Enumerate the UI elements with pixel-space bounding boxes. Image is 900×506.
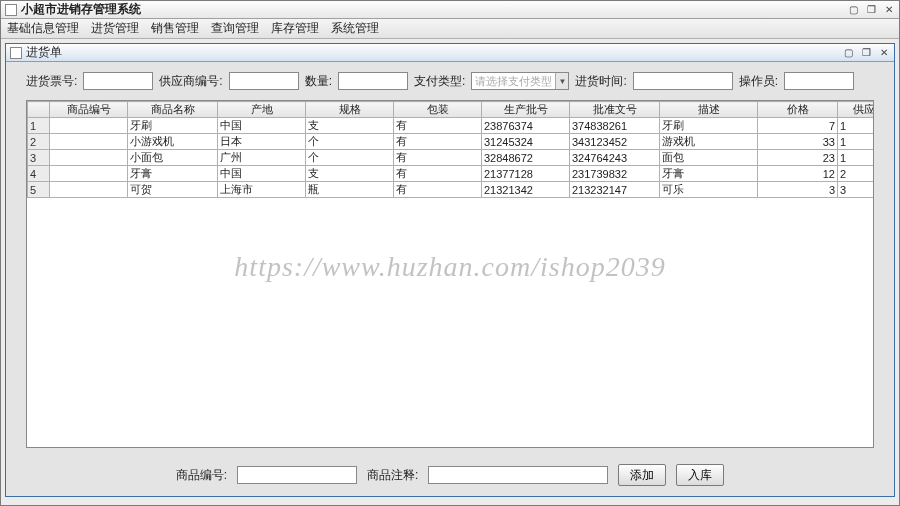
sub-titlebar: 进货单 ▢ ❐ ✕ — [6, 44, 894, 62]
table-cell[interactable]: 可乐 — [660, 182, 758, 198]
table-cell[interactable]: 牙刷 — [660, 118, 758, 134]
table-cell[interactable]: 有 — [394, 166, 482, 182]
column-header[interactable]: 商品编号 — [50, 102, 128, 118]
table-cell[interactable]: 33 — [758, 134, 838, 150]
sub-maximize-icon[interactable]: ❐ — [858, 46, 874, 60]
table-cell[interactable]: 游戏机 — [660, 134, 758, 150]
table-cell[interactable]: 1 — [28, 118, 50, 134]
table-row[interactable]: 1牙刷中国支有23876374374838261牙刷71 — [28, 118, 875, 134]
table-cell[interactable]: 牙膏 — [128, 166, 218, 182]
table-cell[interactable]: 上海市 — [218, 182, 306, 198]
column-header[interactable]: 描述 — [660, 102, 758, 118]
column-header[interactable]: 供应商编号 — [838, 102, 875, 118]
table-cell[interactable]: 12 — [758, 166, 838, 182]
item-no-input[interactable] — [237, 466, 357, 484]
main-title: 小超市进销存管理系统 — [21, 1, 845, 18]
table-cell[interactable]: 3 — [758, 182, 838, 198]
main-titlebar: 小超市进销存管理系统 ▢ ❐ ✕ — [1, 1, 899, 19]
table-cell[interactable]: 23 — [758, 150, 838, 166]
sub-minimize-icon[interactable]: ▢ — [840, 46, 856, 60]
close-icon[interactable]: ✕ — [881, 3, 897, 17]
table-cell[interactable]: 1 — [838, 118, 875, 134]
maximize-icon[interactable]: ❐ — [863, 3, 879, 17]
minimize-icon[interactable]: ▢ — [845, 3, 861, 17]
table-cell[interactable]: 2 — [28, 134, 50, 150]
in-stock-button[interactable]: 入库 — [676, 464, 724, 486]
table-cell[interactable] — [50, 166, 128, 182]
purchase-time-label: 进货时间: — [575, 73, 626, 90]
column-header[interactable]: 批准文号 — [570, 102, 660, 118]
table-row[interactable]: 4牙膏中国支有21377128231739832牙膏122 — [28, 166, 875, 182]
sub-close-icon[interactable]: ✕ — [876, 46, 892, 60]
table-cell[interactable]: 中国 — [218, 118, 306, 134]
add-button[interactable]: 添加 — [618, 464, 666, 486]
table-cell[interactable]: 牙膏 — [660, 166, 758, 182]
table-cell[interactable]: 32848672 — [482, 150, 570, 166]
table-cell[interactable]: 中国 — [218, 166, 306, 182]
table-row[interactable]: 3小面包广州个有32848672324764243面包231 — [28, 150, 875, 166]
column-header[interactable]: 价格 — [758, 102, 838, 118]
table-cell[interactable]: 瓶 — [306, 182, 394, 198]
purchase-time-input[interactable] — [633, 72, 733, 90]
table-cell[interactable]: 有 — [394, 150, 482, 166]
table-row[interactable]: 5可贺上海市瓶有21321342213232147可乐33 — [28, 182, 875, 198]
table-cell[interactable]: 1 — [838, 150, 875, 166]
table-cell[interactable]: 23876374 — [482, 118, 570, 134]
table-cell[interactable]: 支 — [306, 118, 394, 134]
operator-input[interactable] — [784, 72, 854, 90]
column-header[interactable]: 规格 — [306, 102, 394, 118]
menu-sales[interactable]: 销售管理 — [151, 20, 199, 37]
table-cell[interactable]: 有 — [394, 134, 482, 150]
chevron-down-icon[interactable]: ▼ — [555, 73, 568, 89]
supplier-no-input[interactable] — [229, 72, 299, 90]
table-cell[interactable]: 广州 — [218, 150, 306, 166]
column-header[interactable]: 产地 — [218, 102, 306, 118]
table-cell[interactable]: 有 — [394, 118, 482, 134]
table-cell[interactable]: 个 — [306, 134, 394, 150]
table-cell[interactable]: 7 — [758, 118, 838, 134]
table-cell[interactable]: 小游戏机 — [128, 134, 218, 150]
table-cell[interactable]: 5 — [28, 182, 50, 198]
table-cell[interactable]: 21321342 — [482, 182, 570, 198]
menu-purchase[interactable]: 进货管理 — [91, 20, 139, 37]
table-cell[interactable]: 支 — [306, 166, 394, 182]
table-cell[interactable]: 374838261 — [570, 118, 660, 134]
pay-type-select[interactable]: 请选择支付类型 ▼ — [471, 72, 569, 90]
qty-input[interactable] — [338, 72, 408, 90]
table-cell[interactable]: 1 — [838, 134, 875, 150]
menu-query[interactable]: 查询管理 — [211, 20, 259, 37]
table-cell[interactable]: 2 — [838, 166, 875, 182]
table-cell[interactable]: 343123452 — [570, 134, 660, 150]
table-cell[interactable] — [50, 118, 128, 134]
table-cell[interactable]: 可贺 — [128, 182, 218, 198]
pay-type-placeholder: 请选择支付类型 — [472, 74, 555, 89]
menu-system[interactable]: 系统管理 — [331, 20, 379, 37]
table-cell[interactable]: 小面包 — [128, 150, 218, 166]
table-cell[interactable]: 牙刷 — [128, 118, 218, 134]
column-header[interactable]: 包装 — [394, 102, 482, 118]
menu-base-info[interactable]: 基础信息管理 — [7, 20, 79, 37]
table-cell[interactable] — [50, 150, 128, 166]
table-cell[interactable]: 面包 — [660, 150, 758, 166]
table-row[interactable]: 2小游戏机日本个有31245324343123452游戏机331 — [28, 134, 875, 150]
table-cell[interactable]: 3 — [838, 182, 875, 198]
table-cell[interactable] — [50, 182, 128, 198]
column-header[interactable]: 商品名称 — [128, 102, 218, 118]
table-cell[interactable]: 3 — [28, 150, 50, 166]
table-cell[interactable]: 个 — [306, 150, 394, 166]
table-cell[interactable]: 231739832 — [570, 166, 660, 182]
table-cell[interactable]: 21377128 — [482, 166, 570, 182]
table-cell[interactable]: 213232147 — [570, 182, 660, 198]
table-cell[interactable]: 31245324 — [482, 134, 570, 150]
column-header[interactable]: 生产批号 — [482, 102, 570, 118]
sub-title: 进货单 — [26, 44, 840, 61]
table-cell[interactable]: 日本 — [218, 134, 306, 150]
ticket-no-input[interactable] — [83, 72, 153, 90]
goods-table[interactable]: 商品编号商品名称产地规格包装生产批号批准文号描述价格供应商编号 1牙刷中国支有2… — [27, 101, 874, 198]
table-cell[interactable]: 有 — [394, 182, 482, 198]
menu-stock[interactable]: 库存管理 — [271, 20, 319, 37]
table-cell[interactable]: 324764243 — [570, 150, 660, 166]
table-cell[interactable] — [50, 134, 128, 150]
table-cell[interactable]: 4 — [28, 166, 50, 182]
item-note-input[interactable] — [428, 466, 608, 484]
